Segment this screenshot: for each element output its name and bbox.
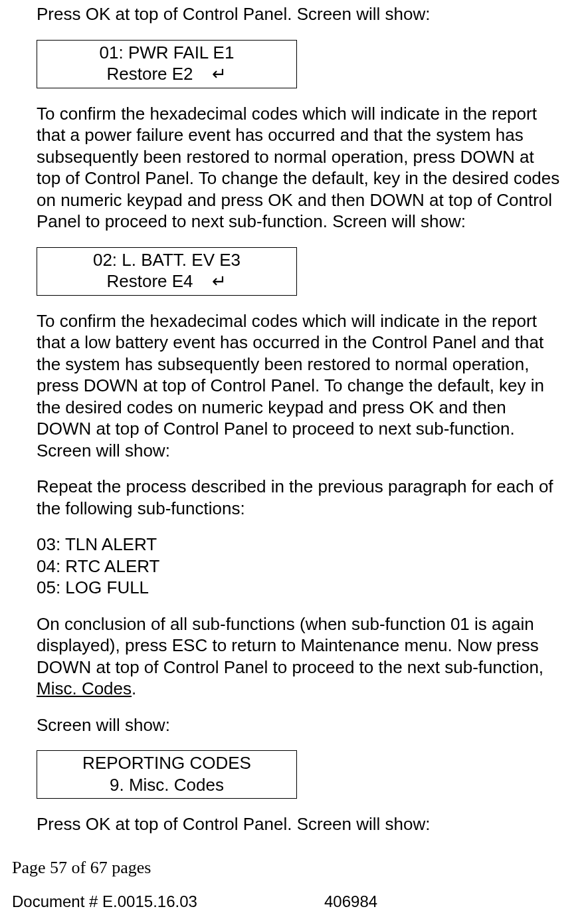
paragraph-2: To confirm the hexadecimal codes which w… [37,310,561,462]
subfunction-item: 04: RTC ALERT [37,556,561,577]
lcd-line: 9. Misc. Codes [37,774,296,796]
subfunction-item: 03: TLN ALERT [37,534,561,556]
paragraph-5: Screen will show: [37,714,561,736]
document-id: Document # E.0015.16.03 [12,892,324,911]
document-page: Press OK at top of Control Panel. Screen… [0,3,588,921]
page-footer: Page 57 of 67 pages Document # E.0015.16… [12,858,561,911]
page-number: Page 57 of 67 pages [12,858,561,878]
subfunction-list: 03: TLN ALERT 04: RTC ALERT 05: LOG FULL [37,534,561,599]
lcd-screen-2: 02: L. BATT. EV E3 Restore E4 ↵ [37,247,297,296]
lcd-screen-1: 01: PWR FAIL E1 Restore E2 ↵ [37,40,297,88]
lcd-line: 02: L. BATT. EV E3 [37,249,296,271]
subfunction-item: 05: LOG FULL [37,577,561,599]
intro-paragraph: Press OK at top of Control Panel. Screen… [37,3,561,25]
text-span: . [132,678,136,698]
lcd-line: 01: PWR FAIL E1 [37,42,296,64]
lcd-line: Restore E2 ↵ [37,63,296,85]
paragraph-4: On conclusion of all sub-functions (when… [37,613,561,700]
lcd-line: Restore E4 ↵ [37,270,296,292]
paragraph-3: Repeat the process described in the prev… [37,476,561,519]
misc-codes-link: Misc. Codes [37,678,132,698]
text-span: On conclusion of all sub-functions (when… [37,614,543,677]
paragraph-1: To confirm the hexadecimal codes which w… [37,103,561,233]
lcd-screen-3: REPORTING CODES 9. Misc. Codes [37,750,297,799]
lcd-line: REPORTING CODES [37,752,296,774]
paragraph-6: Press OK at top of Control Panel. Screen… [37,813,561,835]
document-number: 406984 [324,892,377,911]
